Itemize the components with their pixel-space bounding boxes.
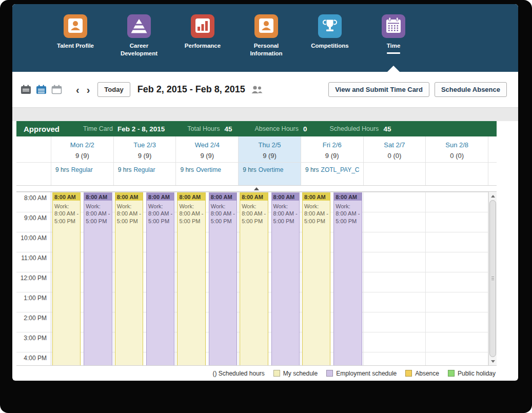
legend-item-employment-schedule: Employment schedule — [326, 370, 397, 377]
event-label: Work: 8:00 AM - 5:00 PM — [147, 201, 174, 227]
event-my-schedule[interactable]: 8:00 AM Work: 8:00 AM - 5:00 PM — [240, 192, 268, 365]
nav-item-personal-information[interactable]: Personal Information — [241, 14, 291, 57]
event-employment-schedule[interactable]: 8:00 AM Work: 8:00 AM - 5:00 PM — [146, 192, 174, 365]
total-hours-value: 45 — [224, 125, 232, 133]
talent-profile-icon — [64, 14, 87, 38]
event-label: Work: 8:00 AM - 5:00 PM — [209, 201, 237, 227]
nav-label: Performance — [185, 42, 221, 50]
header-gutter — [16, 136, 51, 162]
time-calendar-icon — [382, 14, 405, 38]
absence-hours-value: 0 — [303, 125, 307, 133]
day-header-fri[interactable]: Fri 2/6 9 (9) — [301, 136, 364, 162]
scroll-down-icon[interactable] — [489, 358, 497, 365]
collapse-caret-icon[interactable] — [254, 187, 259, 190]
time-label: 11:00 AM — [16, 252, 51, 272]
module-nav: Talent Profile Career Development — [12, 4, 518, 57]
day-hours: 0 (0) — [426, 152, 488, 160]
detail-hours: 9 hrs — [305, 166, 319, 173]
date-range-title: Feb 2, 2015 - Feb 8, 2015 — [137, 84, 245, 95]
nav-item-performance[interactable]: Performance — [178, 14, 228, 57]
event-my-schedule[interactable]: 8:00 AM Work: 8:00 AM - 5:00 PM — [302, 192, 330, 365]
view-submit-time-card-button[interactable]: View and Submit Time Card — [328, 82, 429, 97]
next-week-button[interactable]: › — [83, 85, 94, 95]
header-scrollbar-pad — [488, 136, 497, 162]
previous-week-button[interactable]: ‹ — [72, 85, 83, 95]
day-detail-row: 9 hrsRegular 9 hrsRegular 9 hrsOvertime … — [16, 162, 497, 186]
event-label: Work: 8:00 AM - 5:00 PM — [272, 201, 299, 227]
nav-label: Time — [387, 42, 401, 50]
day-name: Thu 2/5 — [239, 141, 301, 149]
legend-item-public-holiday: Public holiday — [448, 370, 496, 377]
today-button[interactable]: Today — [97, 82, 130, 97]
grid-col-tue: 8:00 AM Work: 8:00 AM - 5:00 PM 8:00 AM … — [114, 192, 176, 365]
nav-item-time[interactable]: Time — [368, 14, 419, 57]
detail-type: Overtime — [259, 166, 284, 173]
event-employment-schedule[interactable]: 8:00 AM Work: 8:00 AM - 5:00 PM — [209, 192, 237, 365]
day-detail-wed: 9 hrsOvertime — [176, 163, 239, 185]
total-hours-label: Total Hours — [187, 125, 220, 132]
day-name: Sun 2/8 — [426, 141, 488, 149]
grid-col-thu: 8:00 AM Work: 8:00 AM - 5:00 PM 8:00 AM … — [239, 192, 301, 365]
nav-label: Talent Profile — [57, 42, 94, 50]
day-hours: 0 (0) — [364, 152, 426, 160]
group-icon[interactable] — [250, 85, 263, 94]
calendar-week-view-icon[interactable] — [36, 85, 47, 94]
day-header-mon[interactable]: Mon 2/2 9 (9) — [51, 136, 114, 162]
active-tab-underline — [387, 52, 400, 54]
time-toolbar: ‹ › Today Feb 2, 2015 - Feb 8, 2015 View… — [12, 72, 518, 108]
nav-item-competitions[interactable]: Competitions — [305, 14, 355, 57]
nav-item-career-development[interactable]: Career Development — [114, 14, 164, 57]
event-label: Work: 8:00 AM - 5:00 PM — [240, 201, 267, 227]
legend-label: Absence — [415, 370, 439, 377]
scrollbar-thumb[interactable] — [489, 200, 496, 357]
detail-type: Regular — [133, 166, 155, 173]
time-label: 8:00 AM — [16, 192, 51, 212]
time-label: 4:00 PM — [16, 352, 51, 365]
detail-hours: 9 hrs — [243, 166, 257, 173]
event-employment-schedule[interactable]: 8:00 AM Work: 8:00 AM - 5:00 PM — [271, 192, 300, 365]
nav-label: Competitions — [311, 42, 348, 50]
event-start-time: 8:00 AM — [240, 193, 267, 201]
event-employment-schedule[interactable]: 8:00 AM Work: 8:00 AM - 5:00 PM — [84, 192, 112, 365]
status-badge: Approved — [24, 125, 60, 133]
day-header-thu-selected[interactable]: Thu 2/5 9 (9) — [239, 136, 301, 162]
scheduled-hours-label: Scheduled Hours — [329, 125, 379, 132]
calendar-month-view-icon[interactable] — [51, 85, 62, 94]
day-detail-fri: 9 hrsZOTL_PAY_C — [301, 163, 364, 185]
calendar-day-view-icon[interactable] — [21, 85, 31, 94]
scroll-up-icon[interactable] — [489, 192, 497, 200]
event-start-time: 8:00 AM — [53, 193, 80, 201]
legend-label: Employment schedule — [336, 370, 397, 377]
active-tab-notch — [387, 66, 400, 72]
detail-type: Overtime — [196, 166, 221, 173]
schedule-absence-button[interactable]: Schedule Absence — [435, 82, 507, 97]
event-label: Work: 8:00 AM - 5:00 PM — [334, 201, 361, 227]
event-start-time: 8:00 AM — [115, 193, 143, 201]
event-my-schedule[interactable]: 8:00 AM Work: 8:00 AM - 5:00 PM — [115, 192, 143, 365]
event-employment-schedule[interactable]: 8:00 AM Work: 8:00 AM - 5:00 PM — [333, 192, 362, 365]
time-card-label: Time Card — [83, 125, 113, 132]
day-header-wed[interactable]: Wed 2/4 9 (9) — [176, 136, 239, 162]
day-hours: 9 (9) — [301, 152, 363, 160]
time-label: 10:00 AM — [16, 232, 51, 252]
nav-label: Personal Information — [241, 42, 291, 57]
scrollbar-grip-icon — [491, 277, 494, 281]
day-name: Fri 2/6 — [301, 141, 363, 149]
day-header-tue[interactable]: Tue 2/3 9 (9) — [114, 136, 176, 162]
grid-col-wed: 8:00 AM Work: 8:00 AM - 5:00 PM 8:00 AM … — [176, 192, 239, 365]
event-my-schedule[interactable]: 8:00 AM Work: 8:00 AM - 5:00 PM — [177, 192, 205, 365]
nav-item-talent-profile[interactable]: Talent Profile — [50, 14, 101, 57]
my-schedule-swatch — [273, 370, 280, 377]
day-header-sat[interactable]: Sat 2/7 0 (0) — [364, 136, 426, 162]
vertical-scrollbar[interactable] — [488, 192, 497, 365]
grid-col-sun — [426, 192, 488, 365]
public-holiday-swatch — [448, 370, 455, 377]
day-header-sun[interactable]: Sun 2/8 0 (0) — [426, 136, 488, 162]
day-detail-mon: 9 hrsRegular — [51, 163, 114, 185]
module-header: Talent Profile Career Development — [12, 4, 518, 72]
career-development-icon — [127, 14, 151, 38]
event-my-schedule[interactable]: 8:00 AM Work: 8:00 AM - 5:00 PM — [52, 192, 81, 365]
time-label: 9:00 AM — [16, 212, 51, 232]
detail-type: ZOTL_PAY_C — [321, 166, 360, 173]
legend-label: Public holiday — [458, 370, 496, 377]
